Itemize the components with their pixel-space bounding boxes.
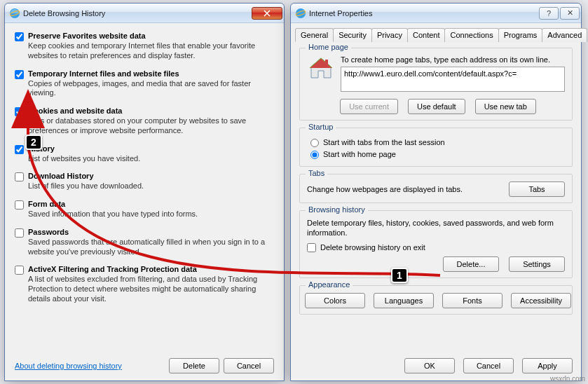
group-title: Appearance (306, 280, 353, 289)
cancel-button[interactable]: Cancel (463, 358, 514, 373)
delete-browsing-history-dialog: Delete Browsing History Preserve Favorit… (4, 3, 285, 381)
checkbox-activex[interactable] (15, 266, 24, 275)
use-new-tab-button[interactable]: Use new tab (475, 99, 536, 114)
tab-strip: General Security Privacy Content Connect… (295, 27, 577, 42)
option-preserve-favorites: Preserve Favorites website data Keep coo… (15, 32, 274, 61)
checkbox-download-history[interactable] (15, 172, 24, 181)
colors-button[interactable]: Colors (305, 293, 365, 308)
tab-privacy[interactable]: Privacy (371, 28, 408, 42)
use-default-button[interactable]: Use default (408, 99, 465, 114)
label: Temporary Internet files and website fil… (28, 69, 179, 78)
use-current-button[interactable]: Use current (340, 99, 398, 114)
option-download-history: Download History List of files you have … (15, 172, 274, 191)
description: Files or databases stored on your comput… (28, 116, 274, 136)
radio-label: Start with tabs from the last session (323, 138, 445, 146)
internet-properties-dialog: Internet Properties ? ✕ General Security… (290, 3, 582, 381)
description: List of files you have downloaded. (28, 181, 274, 191)
step-badge-2: 2 (25, 135, 42, 150)
history-note: Delete temporary files, history, cookies… (307, 218, 565, 238)
option-form-data: Form data Saved information that you hav… (15, 200, 274, 219)
option-history: History List of websites you have visite… (15, 144, 274, 164)
delete-history-button[interactable]: Delete... (443, 256, 499, 272)
label: Preserve Favorites website data (28, 32, 146, 40)
help-icon: ? (547, 9, 551, 18)
radio-label: Start with home page (323, 150, 396, 158)
about-link[interactable]: About deleting browsing history (15, 362, 122, 370)
settings-button[interactable]: Settings (509, 256, 565, 272)
ie-icon (295, 8, 306, 19)
tab-programs[interactable]: Programs (498, 28, 543, 42)
apply-button[interactable]: Apply (522, 358, 573, 373)
svg-rect-4 (325, 60, 328, 65)
fonts-button[interactable]: Fonts (442, 293, 502, 308)
group-startup: Startup Start with tabs from the last se… (299, 128, 573, 167)
label: ActiveX Filtering and Tracking Protectio… (28, 265, 197, 273)
ok-button[interactable]: OK (404, 358, 455, 373)
close-icon (264, 10, 271, 17)
description: Saved information that you have typed in… (28, 210, 274, 219)
label: Cookies and website data (28, 107, 122, 115)
group-title: Startup (306, 123, 336, 131)
checkbox-passwords[interactable] (15, 228, 24, 238)
group-browsing-history: Browsing history Delete temporary files,… (299, 210, 573, 278)
help-button[interactable]: ? (539, 7, 559, 20)
delete-button[interactable]: Delete (169, 358, 219, 373)
radio-last-session[interactable] (310, 139, 319, 147)
group-tabs: Tabs Change how webpages are displayed i… (299, 174, 573, 203)
description: List of websites you have visited. (28, 154, 274, 164)
group-title: Tabs (306, 169, 327, 177)
tab-connections[interactable]: Connections (444, 28, 498, 42)
option-cookies: Cookies and website data Files or databa… (15, 107, 274, 136)
radio-home-page[interactable] (310, 151, 319, 159)
home-url-input[interactable] (341, 67, 565, 92)
description: Keep cookies and temporary Internet file… (28, 41, 274, 61)
tab-content[interactable]: Content (407, 28, 446, 42)
checkbox-preserve-favorites[interactable] (15, 32, 24, 41)
titlebar[interactable]: Delete Browsing History (5, 4, 284, 23)
checkbox-label: Delete browsing history on exit (320, 243, 425, 252)
close-icon: ✕ (567, 8, 573, 18)
close-button[interactable]: ✕ (560, 7, 580, 20)
titlebar[interactable]: Internet Properties ? ✕ (291, 4, 581, 23)
option-temp-files: Temporary Internet files and website fil… (15, 69, 274, 99)
checkbox-temp-files[interactable] (15, 70, 24, 79)
ie-icon (9, 8, 20, 19)
tabs-note: Change how webpages are displayed in tab… (307, 185, 463, 193)
option-passwords: Passwords Saved passwords that are autom… (15, 228, 274, 257)
tab-security[interactable]: Security (333, 28, 372, 42)
window-title: Internet Properties (309, 9, 539, 18)
close-button[interactable] (252, 7, 282, 20)
label: Passwords (28, 228, 69, 236)
home-note: To create home page tabs, type each addr… (341, 55, 565, 64)
option-activex: ActiveX Filtering and Tracking Protectio… (15, 265, 274, 303)
checkbox-form-data[interactable] (15, 200, 24, 210)
tabs-button[interactable]: Tabs (509, 181, 565, 197)
group-home-page: Home page To create home page tabs, type… (299, 48, 573, 121)
tab-general[interactable]: General (295, 28, 334, 42)
cancel-button[interactable]: Cancel (224, 358, 274, 373)
label: Download History (28, 172, 94, 180)
tab-advanced[interactable]: Advanced (542, 28, 587, 42)
label: Form data (28, 200, 65, 208)
home-icon (307, 55, 335, 81)
checkbox-history[interactable] (15, 145, 24, 154)
description: Copies of webpages, images, and media th… (28, 79, 274, 99)
description: Saved passwords that are automatically f… (28, 238, 274, 257)
group-title: Browsing history (306, 205, 368, 214)
checkbox-cookies[interactable] (15, 107, 24, 116)
languages-button[interactable]: Languages (374, 293, 434, 308)
description: A list of websites excluded from filteri… (28, 275, 274, 303)
group-title: Home page (306, 43, 351, 51)
window-title: Delete Browsing History (23, 9, 252, 18)
checkbox-delete-on-exit[interactable] (307, 243, 316, 252)
group-appearance: Appearance Colors Languages Fonts Access… (299, 285, 573, 315)
watermark: wsxdn.com (550, 375, 585, 383)
step-badge-1: 1 (391, 268, 408, 283)
accessibility-button[interactable]: Accessibility (511, 293, 571, 308)
